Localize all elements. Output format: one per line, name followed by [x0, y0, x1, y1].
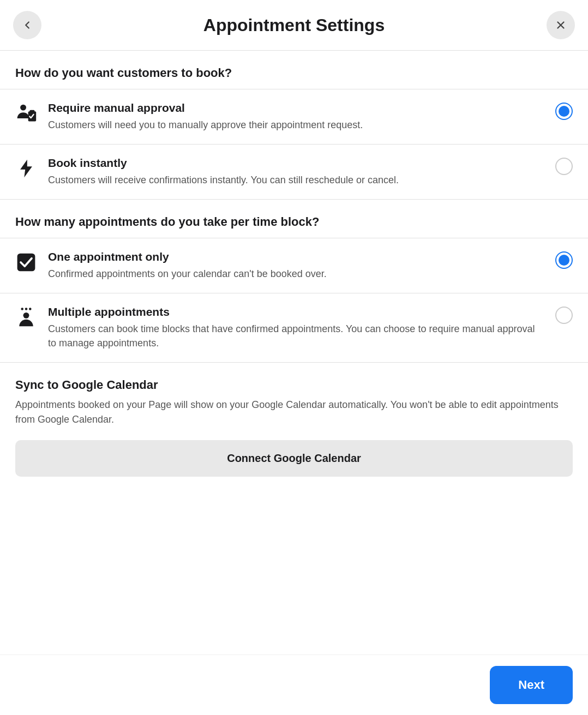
- section1-heading: How do you want customers to book?: [0, 51, 588, 89]
- book-instantly-desc: Customers will receive confirmations ins…: [48, 173, 544, 187]
- section2-heading: How many appointments do you take per ti…: [0, 200, 588, 238]
- book-instantly-icon: [15, 157, 48, 179]
- svg-point-10: [23, 313, 29, 319]
- manual-approval-icon: [15, 101, 48, 124]
- svg-point-9: [29, 308, 32, 311]
- google-calendar-desc: Appointments booked on your Page will sh…: [15, 398, 573, 427]
- connect-google-calendar-button[interactable]: Connect Google Calendar: [15, 440, 573, 477]
- svg-point-8: [25, 308, 28, 311]
- footer: Next: [0, 654, 588, 715]
- option-manual-approval[interactable]: Require manual approval Customers will n…: [0, 89, 588, 144]
- next-button[interactable]: Next: [490, 666, 573, 704]
- one-appointment-desc: Confirmed appointments on your calendar …: [48, 267, 544, 281]
- manual-approval-text: Require manual approval Customers will n…: [48, 101, 555, 132]
- google-calendar-title: Sync to Google Calendar: [15, 378, 573, 392]
- close-button[interactable]: [547, 11, 575, 39]
- option-book-instantly[interactable]: Book instantly Customers will receive co…: [0, 145, 588, 199]
- header: Appointment Settings: [0, 0, 588, 51]
- one-appointment-icon: [15, 250, 48, 273]
- multiple-appointments-text: Multiple appointments Customers can book…: [48, 305, 555, 350]
- option-multiple-appointments[interactable]: Multiple appointments Customers can book…: [0, 293, 588, 362]
- book-instantly-title: Book instantly: [48, 157, 544, 170]
- manual-approval-desc: Customers will need you to manually appr…: [48, 118, 544, 132]
- manual-approval-radio[interactable]: [555, 103, 573, 120]
- one-appointment-radio[interactable]: [555, 251, 573, 269]
- svg-marker-5: [20, 160, 32, 178]
- back-button[interactable]: [13, 11, 41, 39]
- multiple-appointments-title: Multiple appointments: [48, 305, 544, 319]
- option-one-appointment[interactable]: One appointment only Confirmed appointme…: [0, 238, 588, 293]
- multiple-appointments-icon: [15, 305, 48, 328]
- multiple-appointments-desc: Customers can book time blocks that have…: [48, 322, 544, 350]
- one-appointment-text: One appointment only Confirmed appointme…: [48, 250, 555, 281]
- manual-approval-title: Require manual approval: [48, 101, 544, 115]
- page-title: Appointment Settings: [41, 15, 547, 35]
- content: How do you want customers to book? Requi…: [0, 51, 588, 542]
- multiple-appointments-radio[interactable]: [555, 307, 573, 324]
- one-appointment-title: One appointment only: [48, 250, 544, 263]
- svg-rect-4: [29, 110, 34, 113]
- svg-point-7: [21, 308, 23, 311]
- google-calendar-section: Sync to Google Calendar Appointments boo…: [0, 363, 588, 488]
- book-instantly-radio[interactable]: [555, 158, 573, 175]
- book-instantly-text: Book instantly Customers will receive co…: [48, 157, 555, 187]
- svg-point-2: [20, 105, 26, 111]
- footer-spacer: [0, 488, 588, 542]
